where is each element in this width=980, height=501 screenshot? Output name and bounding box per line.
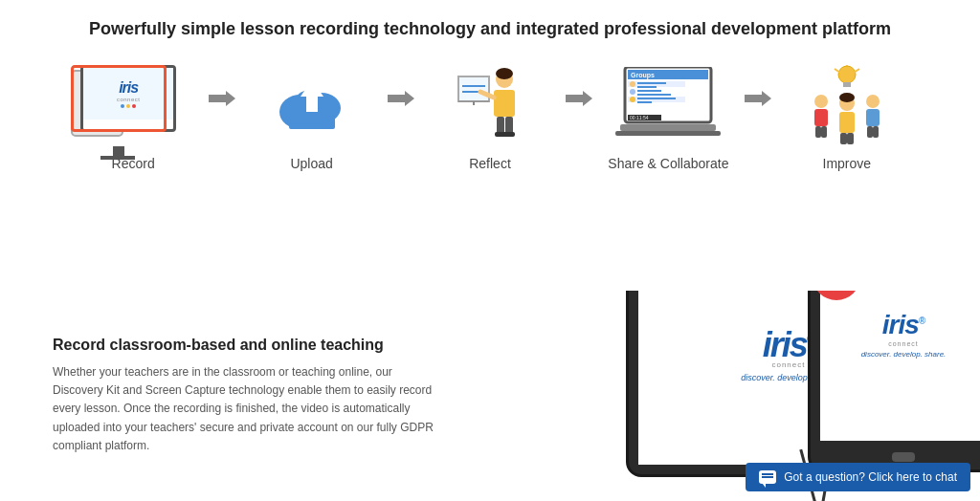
page-wrapper: Powerfully simple lesson recording techn… (0, 0, 980, 501)
svg-text:00:11:54: 00:11:54 (630, 115, 649, 120)
svg-rect-34 (637, 98, 676, 99)
svg-rect-58 (847, 133, 854, 144)
svg-rect-31 (637, 94, 671, 96)
svg-rect-7 (458, 76, 489, 101)
svg-rect-39 (615, 131, 721, 136)
improve-step-icon (804, 62, 890, 148)
monitor-base (100, 156, 135, 160)
svg-rect-38 (620, 124, 716, 131)
step-reflect: Reflect (414, 62, 566, 171)
step-improve: Improve (771, 62, 923, 171)
monitor-iris-connect: connect (117, 97, 141, 102)
svg-rect-17 (505, 117, 513, 134)
arrow-2 (388, 89, 414, 108)
arrow-4 (745, 89, 771, 108)
svg-rect-52 (867, 126, 873, 138)
monitor-stand (113, 146, 124, 156)
step-share: Groups 00:11:54 (592, 62, 744, 171)
step-upload-label: Upload (290, 156, 332, 171)
svg-rect-4 (289, 112, 335, 129)
monitor: iris connect (80, 65, 176, 132)
step-reflect-label: Reflect (469, 156, 511, 171)
step-record: 📱 iris connect (57, 62, 209, 171)
svg-rect-48 (815, 126, 821, 138)
svg-rect-51 (866, 109, 880, 126)
chat-icon (759, 470, 776, 484)
iris-connect-front: connect (861, 340, 947, 347)
svg-text:Groups: Groups (631, 72, 655, 79)
svg-point-46 (814, 95, 828, 108)
bottom-body: Whether your teachers are in the classro… (53, 363, 440, 455)
arrow-1 (209, 89, 235, 108)
chat-button[interactable]: Got a question? Click here to chat (746, 463, 970, 491)
monitor-iris-logo: iris (117, 79, 141, 97)
svg-rect-30 (637, 90, 661, 92)
svg-rect-53 (873, 126, 879, 138)
reflect-step-icon (457, 62, 523, 148)
bottom-heading: Record classroom-based and online teachi… (53, 337, 440, 354)
svg-rect-27 (637, 86, 657, 88)
monitor-screen: iris connect (83, 68, 173, 120)
chat-icon-lines (762, 473, 773, 475)
svg-point-29 (630, 89, 635, 95)
svg-point-25 (630, 81, 635, 87)
svg-rect-42 (843, 82, 851, 87)
svg-marker-40 (745, 91, 771, 106)
left-content: Record classroom-based and online teachi… (0, 291, 498, 501)
arrow-3 (566, 89, 592, 108)
chat-button-label: Got a question? Click here to chat (784, 470, 957, 484)
tablet-portrait-screen: iris® connect discover. develop. share. (820, 291, 980, 441)
svg-rect-26 (637, 82, 666, 84)
svg-point-55 (839, 93, 855, 102)
svg-rect-57 (840, 133, 847, 144)
tablet-home-bar (892, 452, 915, 462)
tablet-portrait: iris® connect discover. develop. share. (808, 291, 980, 472)
step-upload: Upload (235, 62, 387, 171)
svg-marker-6 (388, 91, 414, 106)
svg-rect-19 (503, 132, 515, 137)
svg-marker-20 (566, 91, 592, 106)
svg-marker-0 (209, 91, 235, 106)
iris-connect-logo-front: iris® connect discover. develop. share. (861, 310, 947, 359)
upload-step-icon (274, 62, 350, 148)
svg-rect-49 (821, 126, 827, 138)
record-icon: 📱 iris connect (71, 65, 195, 146)
page-title: Powerfully simple lesson recording techn… (77, 17, 903, 41)
svg-rect-16 (497, 117, 504, 134)
svg-rect-47 (814, 109, 828, 126)
svg-point-50 (866, 95, 880, 108)
header: Powerfully simple lesson recording techn… (0, 0, 980, 53)
svg-point-13 (496, 68, 513, 79)
iris-logo-front: iris® (861, 310, 947, 340)
record-step-icon: 📱 iris connect (71, 62, 195, 148)
step-improve-label: Improve (823, 156, 872, 171)
step-share-label: Share & Collaborate (608, 156, 728, 171)
iris-tagline-front: discover. develop. share. (861, 350, 947, 359)
svg-rect-14 (494, 90, 515, 117)
svg-rect-35 (637, 101, 652, 103)
steps-row: 📱 iris connect (0, 53, 980, 171)
share-step-icon: Groups 00:11:54 (615, 62, 721, 148)
svg-point-33 (630, 97, 635, 102)
svg-rect-56 (839, 112, 855, 133)
svg-point-41 (838, 66, 856, 83)
